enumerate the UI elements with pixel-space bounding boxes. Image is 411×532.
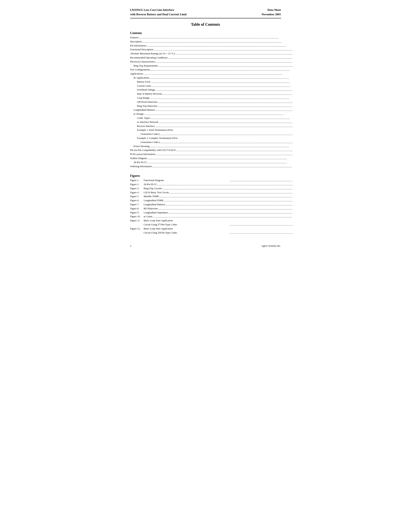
toc-entry: 28-Pin PLCC28 (130, 160, 293, 164)
fig-entry: Figure 5. Metallic PSRR13 (130, 194, 293, 199)
fig-entry: Figure 3. Ring Trip Circuits 12 (130, 187, 293, 190)
contents-section: Contents Page Features 1 Description1 Pi… (130, 31, 293, 168)
toc-entry: Power Derating (130, 144, 293, 148)
toc-entry: Description1 (130, 40, 293, 44)
fig-entry: Figure 2. 28-Pin PLCC4 (130, 182, 293, 187)
toc-entry: Codec Types 22 (130, 116, 293, 120)
figures-left-heading: Figures (130, 174, 140, 178)
toc-entry: Electrical Characteristics (130, 60, 293, 64)
fig-entry: Figure 11. Basic Loop Start Application … (130, 218, 293, 227)
toc-entry: ac Design 22 (130, 112, 293, 116)
toc-entry: Pin-for-Pin Compatibility with L9217/L92… (130, 148, 293, 152)
toc-entry: Longitudinal Balance21 (130, 108, 293, 112)
toc-entry: Current Limit19 (130, 84, 293, 88)
fig-entry: Figure 12. Basic Loop Start Application … (130, 227, 293, 235)
toc-entry: Ordering Information29 (130, 164, 293, 169)
figures-left-section: Figures Page Figure 1. Functional Diagra… (130, 174, 293, 235)
toc-entry: Battery Feed19 (130, 80, 293, 84)
header: L9219A/G Low-Cost Line Interface with Re… (130, 8, 281, 18)
fig-entry: Figure 7. Longitudinal Balance 14 (130, 203, 293, 207)
toc-entry: Off-Hook Detection20 (130, 100, 293, 104)
toc-entry: Functional Description (130, 48, 293, 52)
toc-entry: Recommended Operating Conditions 7 (130, 56, 293, 60)
toc-entry: Absolute Maximum Ratings (at TA = 25 °C)… (130, 52, 293, 56)
header-left: L9219A/G Low-Cost Line Interface with Re… (130, 8, 187, 17)
fig-entry: Figure 1. Functional Diagram3 (130, 178, 293, 182)
toc-entry: Test Configurations 13 (130, 68, 293, 72)
toc-entry: Generation Codec)25 (130, 140, 293, 144)
fig-entry: Figure 8. RFI Rejection 14 (130, 207, 293, 211)
toc-entry: Applications 15 (130, 72, 293, 76)
toc-entry: Features 1 (130, 36, 293, 40)
toc-entry: Example 1: Real Termination (First- (130, 128, 293, 132)
toc-entry: Overhead Voltage 19 (130, 88, 293, 92)
toc-entry: PCB Layout Information 27 (130, 152, 293, 156)
contents-heading: Contents (130, 31, 142, 35)
toc-entry: Rate of Battery Reversal 20 (130, 92, 293, 96)
toc-entry: Outline Diagram28 (130, 156, 293, 160)
toc-entry: Ring Trip Detection 21 (130, 104, 293, 108)
fig-entry: Figure 6. Longitudinal PSRR 13 (130, 199, 293, 203)
header-right: Data Sheet November 2001 (262, 8, 281, 17)
toc-entry: Pin Information 4 (130, 44, 293, 48)
toc-entry: Ring Trip Requirements 12 (130, 64, 293, 68)
footer: 2 Agere Systems Inc. (130, 244, 281, 247)
fig-entry: Figure 9. Longitudinal Impedance14 (130, 211, 293, 215)
page-number: 2 (130, 244, 131, 247)
company-name: Agere Systems Inc. (261, 244, 281, 247)
toc-entry: Generation Codec)23 (130, 132, 293, 136)
toc-entry: Example 2: Complex Termination (First- (130, 136, 293, 140)
toc-entry: ac Interface Network 22 (130, 120, 293, 124)
toc-entry: Receive Interface 22 (130, 124, 293, 128)
toc-entry: Loop Range20 (130, 96, 293, 100)
fig-entry: Figure 4. L9219 Basic Test Circuit13 (130, 190, 293, 195)
toc-entry: dc Applications19 (130, 76, 293, 80)
page-title: Table of Contents (130, 22, 281, 27)
fig-entry: Figure 10. ac Gains14 (130, 215, 293, 218)
